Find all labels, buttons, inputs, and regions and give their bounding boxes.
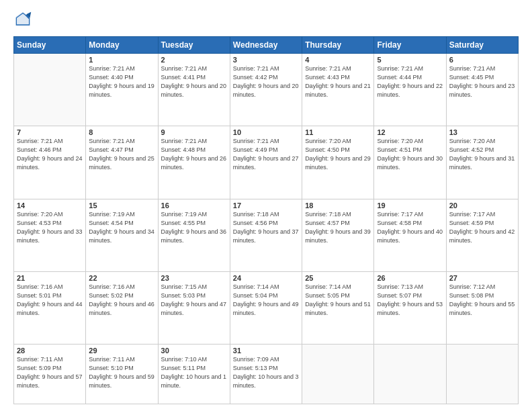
day-info: Sunrise: 7:14 AMSunset: 5:04 PMDaylight:… xyxy=(233,283,299,318)
day-number: 10 xyxy=(233,128,299,136)
col-thursday: Thursday xyxy=(302,37,374,54)
calendar-cell: 26Sunrise: 7:13 AMSunset: 5:07 PMDayligh… xyxy=(374,271,446,344)
day-number: 18 xyxy=(305,201,371,210)
day-info: Sunrise: 7:21 AMSunset: 4:43 PMDaylight:… xyxy=(305,64,371,99)
calendar-cell xyxy=(14,54,86,126)
calendar-cell: 30Sunrise: 7:10 AMSunset: 5:11 PMDayligh… xyxy=(158,345,230,404)
day-info: Sunrise: 7:16 AMSunset: 5:01 PMDaylight:… xyxy=(17,283,83,318)
day-info: Sunrise: 7:10 AMSunset: 5:11 PMDaylight:… xyxy=(161,355,227,390)
day-info: Sunrise: 7:18 AMSunset: 4:56 PMDaylight:… xyxy=(233,210,299,245)
day-info: Sunrise: 7:09 AMSunset: 5:13 PMDaylight:… xyxy=(233,355,299,390)
day-number: 26 xyxy=(377,274,443,282)
day-number: 6 xyxy=(449,56,515,64)
day-number: 13 xyxy=(449,128,515,136)
calendar-cell: 22Sunrise: 7:16 AMSunset: 5:02 PMDayligh… xyxy=(86,271,158,344)
day-number: 16 xyxy=(161,201,227,210)
day-info: Sunrise: 7:17 AMSunset: 4:59 PMDaylight:… xyxy=(449,210,515,245)
calendar-cell: 5Sunrise: 7:21 AMSunset: 4:44 PMDaylight… xyxy=(374,54,446,126)
day-info: Sunrise: 7:12 AMSunset: 5:08 PMDaylight:… xyxy=(449,283,515,318)
calendar-cell: 15Sunrise: 7:19 AMSunset: 4:54 PMDayligh… xyxy=(86,199,158,271)
calendar-header-row: Sunday Monday Tuesday Wednesday Thursday… xyxy=(14,37,519,54)
day-number: 23 xyxy=(161,274,227,282)
day-number: 9 xyxy=(161,128,227,136)
calendar-cell: 13Sunrise: 7:20 AMSunset: 4:52 PMDayligh… xyxy=(446,126,518,199)
calendar-cell: 20Sunrise: 7:17 AMSunset: 4:59 PMDayligh… xyxy=(446,199,518,271)
col-monday: Monday xyxy=(86,37,158,54)
day-number: 7 xyxy=(17,128,83,136)
calendar-cell: 18Sunrise: 7:18 AMSunset: 4:57 PMDayligh… xyxy=(302,199,374,271)
day-info: Sunrise: 7:21 AMSunset: 4:49 PMDaylight:… xyxy=(233,137,299,172)
day-number: 12 xyxy=(377,128,443,136)
day-number: 15 xyxy=(89,201,154,210)
day-info: Sunrise: 7:21 AMSunset: 4:41 PMDaylight:… xyxy=(161,64,227,99)
day-number: 2 xyxy=(161,56,227,64)
page: Sunday Monday Tuesday Wednesday Thursday… xyxy=(0,0,532,411)
day-number: 28 xyxy=(17,347,83,355)
logo-icon xyxy=(13,11,32,30)
calendar-cell xyxy=(374,345,446,404)
calendar-cell: 28Sunrise: 7:11 AMSunset: 5:09 PMDayligh… xyxy=(14,345,86,404)
day-info: Sunrise: 7:21 AMSunset: 4:47 PMDaylight:… xyxy=(89,137,154,172)
day-info: Sunrise: 7:21 AMSunset: 4:42 PMDaylight:… xyxy=(233,64,299,99)
calendar-cell: 3Sunrise: 7:21 AMSunset: 4:42 PMDaylight… xyxy=(230,54,302,126)
day-info: Sunrise: 7:20 AMSunset: 4:50 PMDaylight:… xyxy=(305,137,371,172)
calendar-cell: 16Sunrise: 7:19 AMSunset: 4:55 PMDayligh… xyxy=(158,199,230,271)
calendar-cell: 31Sunrise: 7:09 AMSunset: 5:13 PMDayligh… xyxy=(230,345,302,404)
calendar-cell: 24Sunrise: 7:14 AMSunset: 5:04 PMDayligh… xyxy=(230,271,302,344)
day-info: Sunrise: 7:15 AMSunset: 5:03 PMDaylight:… xyxy=(161,283,227,318)
day-number: 30 xyxy=(161,347,227,355)
day-number: 3 xyxy=(233,56,299,64)
day-number: 8 xyxy=(89,128,154,136)
day-number: 24 xyxy=(233,274,299,282)
calendar-cell: 27Sunrise: 7:12 AMSunset: 5:08 PMDayligh… xyxy=(446,271,518,344)
col-friday: Friday xyxy=(374,37,446,54)
day-info: Sunrise: 7:13 AMSunset: 5:07 PMDaylight:… xyxy=(377,283,443,318)
day-info: Sunrise: 7:11 AMSunset: 5:09 PMDaylight:… xyxy=(17,355,83,390)
header xyxy=(13,11,519,30)
day-number: 27 xyxy=(449,274,515,282)
day-info: Sunrise: 7:18 AMSunset: 4:57 PMDaylight:… xyxy=(305,210,371,245)
day-number: 1 xyxy=(89,56,154,64)
col-wednesday: Wednesday xyxy=(230,37,302,54)
day-number: 22 xyxy=(89,274,154,282)
day-number: 17 xyxy=(233,201,299,210)
col-saturday: Saturday xyxy=(446,37,518,54)
calendar-cell: 1Sunrise: 7:21 AMSunset: 4:40 PMDaylight… xyxy=(86,54,158,126)
calendar-cell: 10Sunrise: 7:21 AMSunset: 4:49 PMDayligh… xyxy=(230,126,302,199)
calendar-cell: 21Sunrise: 7:16 AMSunset: 5:01 PMDayligh… xyxy=(14,271,86,344)
calendar-cell: 23Sunrise: 7:15 AMSunset: 5:03 PMDayligh… xyxy=(158,271,230,344)
calendar-cell xyxy=(446,345,518,404)
day-number: 14 xyxy=(17,201,83,210)
day-info: Sunrise: 7:16 AMSunset: 5:02 PMDaylight:… xyxy=(89,283,154,318)
day-info: Sunrise: 7:21 AMSunset: 4:48 PMDaylight:… xyxy=(161,137,227,172)
calendar-table: Sunday Monday Tuesday Wednesday Thursday… xyxy=(13,36,519,404)
calendar-cell: 2Sunrise: 7:21 AMSunset: 4:41 PMDaylight… xyxy=(158,54,230,126)
day-number: 21 xyxy=(17,274,83,282)
calendar-cell: 19Sunrise: 7:17 AMSunset: 4:58 PMDayligh… xyxy=(374,199,446,271)
day-info: Sunrise: 7:19 AMSunset: 4:55 PMDaylight:… xyxy=(161,210,227,245)
calendar-cell: 25Sunrise: 7:14 AMSunset: 5:05 PMDayligh… xyxy=(302,271,374,344)
col-sunday: Sunday xyxy=(14,37,86,54)
day-info: Sunrise: 7:19 AMSunset: 4:54 PMDaylight:… xyxy=(89,210,154,245)
day-number: 25 xyxy=(305,274,371,282)
calendar-cell: 9Sunrise: 7:21 AMSunset: 4:48 PMDaylight… xyxy=(158,126,230,199)
day-info: Sunrise: 7:20 AMSunset: 4:53 PMDaylight:… xyxy=(17,210,83,245)
calendar-cell: 29Sunrise: 7:11 AMSunset: 5:10 PMDayligh… xyxy=(86,345,158,404)
calendar-cell: 11Sunrise: 7:20 AMSunset: 4:50 PMDayligh… xyxy=(302,126,374,199)
day-info: Sunrise: 7:11 AMSunset: 5:10 PMDaylight:… xyxy=(89,355,154,390)
day-number: 20 xyxy=(449,201,515,210)
day-info: Sunrise: 7:21 AMSunset: 4:45 PMDaylight:… xyxy=(449,64,515,99)
calendar-cell: 17Sunrise: 7:18 AMSunset: 4:56 PMDayligh… xyxy=(230,199,302,271)
day-number: 31 xyxy=(233,347,299,355)
calendar-cell: 7Sunrise: 7:21 AMSunset: 4:46 PMDaylight… xyxy=(14,126,86,199)
day-info: Sunrise: 7:17 AMSunset: 4:58 PMDaylight:… xyxy=(377,210,443,245)
day-number: 4 xyxy=(305,56,371,64)
day-info: Sunrise: 7:21 AMSunset: 4:40 PMDaylight:… xyxy=(89,64,154,99)
calendar-cell xyxy=(302,345,374,404)
day-number: 5 xyxy=(377,56,443,64)
day-info: Sunrise: 7:14 AMSunset: 5:05 PMDaylight:… xyxy=(305,283,371,318)
calendar-cell: 4Sunrise: 7:21 AMSunset: 4:43 PMDaylight… xyxy=(302,54,374,126)
calendar-cell: 6Sunrise: 7:21 AMSunset: 4:45 PMDaylight… xyxy=(446,54,518,126)
calendar-cell: 8Sunrise: 7:21 AMSunset: 4:47 PMDaylight… xyxy=(86,126,158,199)
day-number: 19 xyxy=(377,201,443,210)
